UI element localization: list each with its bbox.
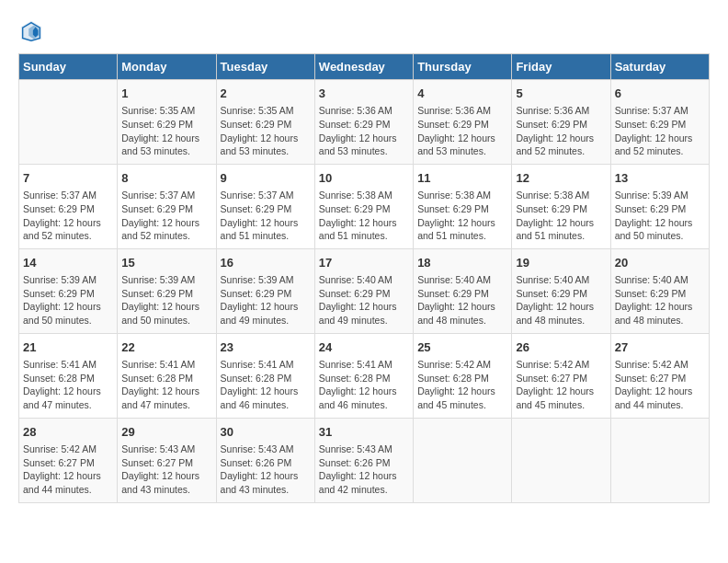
cell-content: Sunrise: 5:37 AM Sunset: 6:29 PM Dayligh… (615, 104, 705, 158)
day-number: 8 (121, 170, 211, 187)
cell-content: Sunrise: 5:36 AM Sunset: 6:29 PM Dayligh… (417, 104, 507, 158)
cell-content: Sunrise: 5:41 AM Sunset: 6:28 PM Dayligh… (121, 358, 211, 412)
calendar-cell: 24Sunrise: 5:41 AM Sunset: 6:28 PM Dayli… (314, 333, 413, 418)
day-number: 17 (319, 255, 409, 271)
calendar-table: SundayMondayTuesdayWednesdayThursdayFrid… (18, 53, 710, 503)
day-number: 16 (221, 255, 311, 271)
cell-content: Sunrise: 5:42 AM Sunset: 6:28 PM Dayligh… (417, 358, 507, 412)
cell-content: Sunrise: 5:36 AM Sunset: 6:29 PM Dayligh… (516, 104, 606, 158)
calendar-cell: 27Sunrise: 5:42 AM Sunset: 6:27 PM Dayli… (610, 333, 709, 418)
calendar-cell: 12Sunrise: 5:38 AM Sunset: 6:29 PM Dayli… (512, 164, 610, 248)
day-number: 13 (615, 170, 705, 187)
calendar-cell: 23Sunrise: 5:41 AM Sunset: 6:28 PM Dayli… (216, 333, 314, 418)
calendar-cell: 13Sunrise: 5:39 AM Sunset: 6:29 PM Dayli… (610, 164, 709, 248)
calendar-cell: 14Sunrise: 5:39 AM Sunset: 6:29 PM Dayli… (19, 248, 118, 333)
column-header-thursday: Thursday (414, 54, 512, 80)
cell-content: Sunrise: 5:39 AM Sunset: 6:29 PM Dayligh… (121, 273, 211, 327)
header-row: SundayMondayTuesdayWednesdayThursdayFrid… (19, 54, 710, 80)
cell-content: Sunrise: 5:39 AM Sunset: 6:29 PM Dayligh… (615, 189, 705, 243)
day-number: 28 (23, 424, 113, 441)
calendar-cell (414, 418, 512, 502)
day-number: 22 (121, 339, 211, 356)
cell-content: Sunrise: 5:41 AM Sunset: 6:28 PM Dayligh… (23, 358, 113, 412)
cell-content: Sunrise: 5:42 AM Sunset: 6:27 PM Dayligh… (23, 442, 113, 497)
cell-content: Sunrise: 5:35 AM Sunset: 6:29 PM Dayligh… (121, 104, 211, 158)
day-number: 23 (221, 339, 311, 356)
day-number: 6 (615, 86, 705, 102)
cell-content: Sunrise: 5:37 AM Sunset: 6:29 PM Dayligh… (221, 189, 311, 243)
day-number: 5 (516, 86, 606, 102)
page-header (18, 18, 710, 44)
calendar-row-1: 7Sunrise: 5:37 AM Sunset: 6:29 PM Daylig… (19, 164, 710, 248)
cell-content: Sunrise: 5:37 AM Sunset: 6:29 PM Dayligh… (121, 189, 211, 243)
day-number: 10 (319, 170, 409, 187)
cell-content: Sunrise: 5:40 AM Sunset: 6:29 PM Dayligh… (615, 273, 705, 327)
cell-content: Sunrise: 5:41 AM Sunset: 6:28 PM Dayligh… (319, 358, 409, 412)
calendar-cell: 15Sunrise: 5:39 AM Sunset: 6:29 PM Dayli… (118, 248, 216, 333)
calendar-cell: 17Sunrise: 5:40 AM Sunset: 6:29 PM Dayli… (314, 248, 413, 333)
cell-content: Sunrise: 5:43 AM Sunset: 6:27 PM Dayligh… (121, 442, 211, 497)
calendar-cell: 5Sunrise: 5:36 AM Sunset: 6:29 PM Daylig… (512, 80, 610, 165)
day-number: 21 (23, 339, 113, 356)
calendar-cell: 31Sunrise: 5:43 AM Sunset: 6:26 PM Dayli… (314, 418, 413, 502)
day-number: 1 (121, 86, 211, 102)
column-header-wednesday: Wednesday (314, 54, 413, 80)
column-header-tuesday: Tuesday (216, 54, 314, 80)
calendar-cell: 19Sunrise: 5:40 AM Sunset: 6:29 PM Dayli… (512, 248, 610, 333)
cell-content: Sunrise: 5:38 AM Sunset: 6:29 PM Dayligh… (516, 189, 606, 243)
calendar-cell: 25Sunrise: 5:42 AM Sunset: 6:28 PM Dayli… (414, 333, 512, 418)
cell-content: Sunrise: 5:43 AM Sunset: 6:26 PM Dayligh… (221, 442, 311, 497)
calendar-cell: 29Sunrise: 5:43 AM Sunset: 6:27 PM Dayli… (118, 418, 216, 502)
day-number: 29 (121, 424, 211, 441)
calendar-row-0: 1Sunrise: 5:35 AM Sunset: 6:29 PM Daylig… (19, 80, 710, 165)
cell-content: Sunrise: 5:38 AM Sunset: 6:29 PM Dayligh… (417, 189, 507, 243)
cell-content: Sunrise: 5:42 AM Sunset: 6:27 PM Dayligh… (615, 358, 705, 412)
cell-content: Sunrise: 5:43 AM Sunset: 6:26 PM Dayligh… (319, 442, 409, 497)
day-number: 7 (23, 170, 113, 187)
cell-content: Sunrise: 5:38 AM Sunset: 6:29 PM Dayligh… (319, 189, 409, 243)
calendar-cell: 8Sunrise: 5:37 AM Sunset: 6:29 PM Daylig… (118, 164, 216, 248)
calendar-cell: 11Sunrise: 5:38 AM Sunset: 6:29 PM Dayli… (414, 164, 512, 248)
calendar-cell: 4Sunrise: 5:36 AM Sunset: 6:29 PM Daylig… (414, 80, 512, 165)
calendar-cell: 28Sunrise: 5:42 AM Sunset: 6:27 PM Dayli… (19, 418, 118, 502)
column-header-sunday: Sunday (19, 54, 118, 80)
cell-content: Sunrise: 5:36 AM Sunset: 6:29 PM Dayligh… (319, 104, 409, 158)
day-number: 3 (319, 86, 409, 102)
day-number: 25 (417, 339, 507, 356)
day-number: 2 (221, 86, 311, 102)
calendar-cell (610, 418, 709, 502)
day-number: 27 (615, 339, 705, 356)
calendar-cell: 26Sunrise: 5:42 AM Sunset: 6:27 PM Dayli… (512, 333, 610, 418)
calendar-cell: 16Sunrise: 5:39 AM Sunset: 6:29 PM Dayli… (216, 248, 314, 333)
calendar-cell: 18Sunrise: 5:40 AM Sunset: 6:29 PM Dayli… (414, 248, 512, 333)
day-number: 24 (319, 339, 409, 356)
calendar-row-2: 14Sunrise: 5:39 AM Sunset: 6:29 PM Dayli… (19, 248, 710, 333)
column-header-saturday: Saturday (610, 54, 709, 80)
cell-content: Sunrise: 5:40 AM Sunset: 6:29 PM Dayligh… (417, 273, 507, 327)
cell-content: Sunrise: 5:40 AM Sunset: 6:29 PM Dayligh… (516, 273, 606, 327)
calendar-cell: 7Sunrise: 5:37 AM Sunset: 6:29 PM Daylig… (19, 164, 118, 248)
day-number: 4 (417, 86, 507, 102)
day-number: 18 (417, 255, 507, 271)
calendar-cell: 10Sunrise: 5:38 AM Sunset: 6:29 PM Dayli… (314, 164, 413, 248)
calendar-cell: 3Sunrise: 5:36 AM Sunset: 6:29 PM Daylig… (314, 80, 413, 165)
calendar-cell: 22Sunrise: 5:41 AM Sunset: 6:28 PM Dayli… (118, 333, 216, 418)
calendar-cell: 20Sunrise: 5:40 AM Sunset: 6:29 PM Dayli… (610, 248, 709, 333)
day-number: 26 (516, 339, 606, 356)
cell-content: Sunrise: 5:41 AM Sunset: 6:28 PM Dayligh… (221, 358, 311, 412)
day-number: 11 (417, 170, 507, 187)
column-header-monday: Monday (118, 54, 216, 80)
logo (18, 18, 48, 44)
day-number: 31 (319, 424, 409, 441)
calendar-cell: 9Sunrise: 5:37 AM Sunset: 6:29 PM Daylig… (216, 164, 314, 248)
calendar-cell: 21Sunrise: 5:41 AM Sunset: 6:28 PM Dayli… (19, 333, 118, 418)
calendar-cell: 6Sunrise: 5:37 AM Sunset: 6:29 PM Daylig… (610, 80, 709, 165)
cell-content: Sunrise: 5:40 AM Sunset: 6:29 PM Dayligh… (319, 273, 409, 327)
calendar-cell (19, 80, 118, 165)
column-header-friday: Friday (512, 54, 610, 80)
cell-content: Sunrise: 5:42 AM Sunset: 6:27 PM Dayligh… (516, 358, 606, 412)
day-number: 12 (516, 170, 606, 187)
calendar-cell (512, 418, 610, 502)
cell-content: Sunrise: 5:35 AM Sunset: 6:29 PM Dayligh… (221, 104, 311, 158)
calendar-cell: 1Sunrise: 5:35 AM Sunset: 6:29 PM Daylig… (118, 80, 216, 165)
